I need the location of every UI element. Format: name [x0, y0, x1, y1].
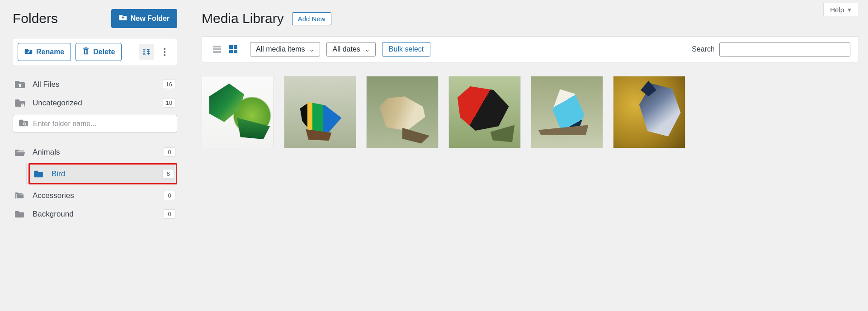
more-options-button[interactable] — [157, 44, 172, 60]
pencil-folder-icon — [24, 47, 33, 57]
date-value: All dates — [332, 45, 360, 53]
divider — [13, 139, 177, 139]
selected-folder-highlight: Bird 6 — [28, 163, 177, 184]
alert-folder-icon — [14, 99, 26, 108]
background-count: 0 — [164, 209, 175, 219]
add-new-button[interactable]: Add New — [292, 12, 331, 25]
sidebar-title: Folders — [13, 11, 58, 26]
chevron-down-icon: ▼ — [847, 7, 852, 13]
rename-label: Rename — [36, 48, 64, 56]
uncategorized-count: 10 — [163, 98, 175, 108]
main-content: Help ▼ Media Library Add New All media i… — [190, 0, 868, 311]
date-select[interactable]: All dates ⌄ — [326, 42, 375, 57]
media-thumb[interactable] — [202, 76, 274, 148]
page-title: Media Library — [202, 11, 284, 26]
folder-open-icon — [14, 148, 26, 157]
filter-bar: All media items ⌄ All dates ⌄ Bulk selec… — [202, 36, 859, 62]
svg-point-3 — [164, 51, 165, 53]
uncategorized-label: Uncategorized — [33, 99, 156, 108]
folder-toolbar: Rename Delete AZ — [13, 38, 177, 66]
trash-icon — [82, 47, 90, 57]
tree-item-bird[interactable]: Bird 6 — [30, 165, 176, 183]
search-label: Search — [692, 45, 715, 53]
bird-count: 6 — [162, 169, 174, 179]
sort-button[interactable]: AZ — [139, 44, 154, 60]
tree-item-animals[interactable]: Animals 0 — [13, 143, 177, 161]
folder-icon — [14, 210, 26, 218]
media-grid — [202, 76, 859, 148]
animals-label: Animals — [33, 148, 157, 157]
accessories-label: Accessories — [33, 191, 157, 200]
background-label: Background — [33, 210, 157, 219]
rename-button[interactable]: Rename — [18, 43, 71, 61]
search-folder-icon — [19, 119, 28, 128]
tree-item-background[interactable]: Background 0 — [13, 205, 177, 223]
folders-sidebar: Folders New Folder Rename — [0, 0, 190, 311]
new-folder-label: New Folder — [131, 14, 170, 23]
sidebar-item-all-files[interactable]: All Files 16 — [13, 75, 177, 94]
delete-button[interactable]: Delete — [75, 43, 122, 61]
media-thumb[interactable] — [531, 76, 603, 148]
svg-text:Z: Z — [143, 53, 145, 56]
folder-search — [13, 115, 177, 132]
media-type-select[interactable]: All media items ⌄ — [250, 42, 320, 57]
list-view-button[interactable] — [210, 42, 224, 56]
delete-label: Delete — [93, 48, 115, 56]
media-thumb[interactable] — [366, 76, 439, 148]
all-files-count: 16 — [163, 80, 175, 89]
grid-view-button[interactable] — [226, 42, 240, 56]
folder-search-input[interactable] — [33, 120, 171, 128]
folders-stack-icon — [14, 191, 26, 200]
chevron-down-icon: ⌄ — [365, 46, 370, 53]
bird-label: Bird — [52, 170, 156, 179]
home-folder-icon — [14, 80, 26, 89]
svg-text:A: A — [143, 48, 145, 51]
help-label: Help — [830, 6, 844, 14]
accessories-count: 0 — [164, 191, 175, 200]
sidebar-item-uncategorized[interactable]: Uncategorized 10 — [13, 94, 177, 112]
media-type-value: All media items — [256, 45, 305, 53]
folder-icon — [33, 170, 45, 178]
svg-point-4 — [164, 54, 165, 56]
tree-item-accessories[interactable]: Accessories 0 — [13, 186, 177, 205]
svg-point-2 — [164, 48, 165, 50]
chevron-down-icon: ⌄ — [309, 46, 314, 53]
all-files-label: All Files — [33, 80, 156, 89]
help-tab[interactable]: Help ▼ — [823, 3, 859, 16]
folder-plus-icon — [119, 14, 127, 23]
new-folder-button[interactable]: New Folder — [111, 9, 177, 28]
bulk-select-button[interactable]: Bulk select — [382, 42, 430, 57]
search-input[interactable] — [719, 42, 850, 57]
animals-count: 0 — [164, 147, 175, 157]
media-thumb[interactable] — [613, 76, 685, 148]
media-thumb[interactable] — [284, 76, 356, 148]
media-thumb[interactable] — [448, 76, 521, 148]
